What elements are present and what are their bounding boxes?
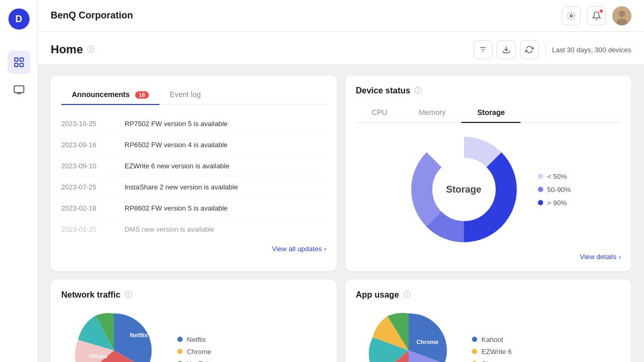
svg-text:Netflix: Netflix (130, 332, 148, 338)
legend-dot-lt50 (538, 174, 543, 179)
network-traffic-info-icon[interactable]: ⓘ (125, 290, 132, 300)
donut-center-label: Storage (446, 184, 481, 195)
legend-dot-50-90 (538, 187, 543, 192)
legend-netflix: Netflix (177, 336, 214, 344)
filter-button[interactable] (473, 40, 493, 59)
app-usage-pie: Chrome (356, 308, 461, 362)
announcements-badge: 18 (135, 91, 149, 99)
svg-rect-1 (20, 58, 23, 61)
list-item: 2023-02-18 RP8602 FW version 5 is availa… (61, 198, 326, 219)
page-actions: Last 30 days, 300 devices (473, 40, 631, 59)
legend-item-gt90: > 90% (538, 199, 571, 207)
svg-rect-4 (14, 86, 23, 93)
refresh-button[interactable] (520, 40, 539, 59)
avatar[interactable] (612, 6, 631, 25)
network-traffic-chart-area: Others Netflix Netflix Chrome (61, 308, 326, 362)
tab-storage[interactable]: Storage (461, 104, 520, 122)
top-header: BenQ Corporation (38, 0, 644, 32)
app-usage-info-icon[interactable]: ⓘ (403, 290, 411, 300)
header-divider (545, 43, 546, 56)
svg-text:Others: Others (89, 353, 107, 359)
announcements-card: Announcements 18 Event log 2023-10-25 RP… (51, 75, 337, 271)
device-status-title: Device status (356, 86, 410, 96)
download-button[interactable] (497, 40, 516, 59)
app-logo[interactable]: D (8, 8, 30, 30)
tab-announcements[interactable]: Announcements 18 (61, 86, 159, 104)
network-traffic-legend: Netflix Chrome YouTube (177, 336, 214, 363)
legend-dot-ezwrite (472, 349, 477, 354)
sidebar: D (0, 0, 38, 362)
announcement-list: 2023-10-25 RP7502 FW version 5 is availa… (61, 113, 326, 240)
legend-dot-chrome (177, 349, 183, 354)
svg-text:Chrome: Chrome (416, 339, 439, 345)
sidebar-item-grid[interactable] (7, 51, 31, 74)
app-usage-chart-area: Chrome Kahoot EZWrite 6 Chrome (356, 308, 621, 362)
list-item: 2023-01-25 DMS new version is available (61, 219, 326, 240)
legend-dot-kahoot (472, 337, 477, 342)
company-title: BenQ Corporation (51, 10, 562, 21)
svg-rect-2 (14, 63, 17, 66)
header-icons (562, 6, 631, 25)
app-usage-legend: Kahoot EZWrite 6 Chrome (472, 336, 512, 363)
svg-point-7 (619, 11, 625, 17)
view-all-button[interactable]: View all updates › (61, 240, 326, 253)
device-status-title-row: Device status ⓘ (356, 86, 621, 96)
page-header: Home ⓘ Last 30 days, 300 devices (38, 32, 644, 65)
app-usage-title: App usage (356, 290, 399, 300)
network-traffic-card: Network traffic ⓘ (51, 280, 337, 362)
tab-cpu[interactable]: CPU (356, 104, 403, 122)
notification-button[interactable] (587, 6, 606, 25)
legend-ezwrite: EZWrite 6 (472, 348, 512, 356)
device-status-tabs: CPU Memory Storage (356, 104, 621, 123)
network-traffic-title: Network traffic (61, 290, 120, 300)
page-title: Home (51, 43, 83, 56)
network-traffic-pie: Others Netflix (61, 308, 167, 362)
settings-button[interactable] (562, 6, 581, 25)
chevron-right-icon: › (619, 253, 621, 261)
svg-rect-3 (20, 63, 23, 66)
svg-point-5 (570, 14, 573, 17)
legend-item-lt50: < 50% (538, 173, 571, 180)
storage-donut-chart: Storage (406, 131, 522, 247)
device-status-info-icon[interactable]: ⓘ (414, 86, 422, 96)
chevron-right-icon: › (324, 245, 326, 253)
legend-dot-gt90 (538, 200, 543, 205)
list-item: 2023-10-25 RP7502 FW version 5 is availa… (61, 113, 326, 135)
list-item: 2023-07-25 InstaShare 2 new version is a… (61, 177, 326, 198)
svg-rect-0 (14, 58, 17, 61)
legend-kahoot: Kahoot (472, 336, 512, 344)
list-item: 2023-09-10 EZWrite 6 new version is avai… (61, 156, 326, 177)
sidebar-nav (7, 51, 31, 101)
network-traffic-title-row: Network traffic ⓘ (61, 290, 326, 300)
view-details-button[interactable]: View details › (356, 247, 621, 261)
legend-youtube: YouTube (177, 360, 214, 363)
date-filter-label: Last 30 days, 300 devices (552, 46, 631, 54)
app-usage-card: App usage ⓘ (345, 280, 631, 362)
content-grid: Announcements 18 Event log 2023-10-25 RP… (38, 65, 644, 362)
device-status-card: Device status ⓘ CPU Memory Storage (345, 75, 631, 271)
sidebar-item-monitor[interactable] (7, 78, 31, 101)
main-area: BenQ Corporation (38, 0, 644, 362)
legend-item-50-90: 50-90% (538, 186, 571, 194)
storage-content: Storage < 50% 50-90% > 90% (356, 131, 621, 247)
tab-memory[interactable]: Memory (403, 104, 462, 122)
legend-dot-netflix (177, 337, 183, 342)
legend-chrome-app: Chrome (472, 360, 512, 363)
list-item: 2023-09-16 RP6502 FW version 4 is availa… (61, 135, 326, 156)
app-usage-title-row: App usage ⓘ (356, 290, 621, 300)
page-info-icon[interactable]: ⓘ (87, 45, 94, 54)
legend-chrome: Chrome (177, 348, 214, 356)
tab-event-log[interactable]: Event log (159, 86, 211, 104)
page-title-row: Home ⓘ (51, 43, 94, 56)
storage-legend: < 50% 50-90% > 90% (538, 173, 571, 207)
announcements-tabs: Announcements 18 Event log (61, 86, 326, 105)
